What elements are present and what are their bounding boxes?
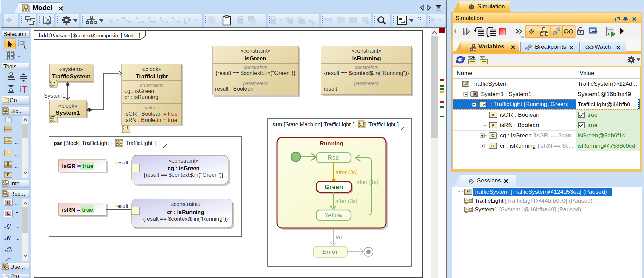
svg-text:Yellow: Yellow xyxy=(325,212,343,218)
svg-text:TrafficLight: TrafficLight xyxy=(136,73,168,80)
svg-text:Green: Green xyxy=(325,184,343,190)
svg-text:E: E xyxy=(7,211,10,216)
svg-text:constraints: constraints xyxy=(355,65,378,70)
svg-text:«block»: «block» xyxy=(58,103,77,109)
svg-text:CP: CP xyxy=(7,249,12,253)
svg-text:Red: Red xyxy=(328,155,339,161)
svg-text:...: ... xyxy=(15,247,20,252)
svg-text:cr : isRunning: cr : isRunning xyxy=(167,209,204,215)
svg-text:bdd [Package] $context$ compos: bdd [Package] $context$ composite [ Mode… xyxy=(39,33,140,38)
svg-text:Co...: Co... xyxy=(10,97,21,103)
svg-text:{result == $context$.in("Green: {result == $context$.in("Green")} xyxy=(216,70,296,76)
svg-text:err: err xyxy=(336,234,343,240)
svg-text:...: ... xyxy=(15,127,19,133)
svg-text:«block»: «block» xyxy=(142,66,161,72)
svg-text:«constraint»: «constraint» xyxy=(240,48,270,54)
svg-text:S: S xyxy=(467,189,469,192)
svg-text:Selection: Selection xyxy=(3,31,26,37)
svg-text:isGR : Boolean = true: isGR : Boolean = true xyxy=(124,111,178,117)
svg-text:System1: System1 xyxy=(56,109,80,116)
svg-text:parameters: parameters xyxy=(354,80,379,86)
svg-text:TrafficLight ]: TrafficLight ] xyxy=(368,122,399,127)
svg-text:D: D xyxy=(7,237,10,241)
svg-text:constraints: constraints xyxy=(244,65,267,70)
svg-text:...: ... xyxy=(15,117,19,123)
svg-text:result: result xyxy=(115,203,129,209)
svg-text:cg : isGreen: cg : isGreen xyxy=(124,88,154,94)
svg-text:stm [State Machine] TrafficLig: stm [State Machine] TrafficLight [ xyxy=(272,122,354,127)
svg-text:«constraint»: «constraint» xyxy=(168,158,198,164)
svg-text:«system»: «system» xyxy=(59,66,83,72)
svg-text:...: ... xyxy=(15,235,20,241)
svg-text:Pro: Pro xyxy=(10,273,19,278)
svg-text:parameters: parameters xyxy=(243,80,268,86)
svg-text:Blo...: Blo... xyxy=(10,108,23,114)
svg-text:System1: System1 xyxy=(44,93,65,99)
svg-text:Req...: Req... xyxy=(10,191,25,197)
svg-text:P: P xyxy=(7,173,9,177)
svg-text:values: values xyxy=(145,105,159,111)
svg-text:Running: Running xyxy=(320,140,344,147)
svg-text:...: ... xyxy=(15,223,20,229)
svg-text:par [Block] TrafficLight [: par [Block] TrafficLight [ xyxy=(54,140,112,146)
svg-text:after (1s): after (1s) xyxy=(356,179,379,185)
svg-text:isRunning: isRunning xyxy=(352,55,381,62)
svg-text:TrafficSystem: TrafficSystem xyxy=(52,73,91,80)
svg-text:Error: Error xyxy=(322,249,338,255)
svg-text:Tools: Tools xyxy=(3,64,16,69)
svg-text:...: ... xyxy=(15,151,19,157)
svg-text:S: S xyxy=(7,225,10,230)
svg-text:{result == $context$.in("Runni: {result == $context$.in("Running")} xyxy=(324,70,409,76)
svg-text:...: ... xyxy=(15,139,19,145)
svg-text:«constraint»: «constraint» xyxy=(351,48,381,54)
svg-text:Inte...: Inte... xyxy=(10,181,24,186)
svg-text:isGreen: isGreen xyxy=(244,55,266,62)
svg-text:cr : isRunning: cr : isRunning xyxy=(124,94,158,100)
svg-text:after (3s): after (3s) xyxy=(336,170,358,175)
svg-text:isGR = true: isGR = true xyxy=(62,163,93,170)
svg-text:isRN : Boolean = true: isRN : Boolean = true xyxy=(124,117,177,123)
svg-text:{result == $context$.in("Runni: {result == $context$.in("Running")} xyxy=(143,216,228,222)
svg-text:after (3s): after (3s) xyxy=(335,198,357,204)
svg-text:...: ... xyxy=(15,163,19,169)
svg-text:cg : isGreen: cg : isGreen xyxy=(168,165,199,171)
svg-text:R: R xyxy=(7,200,10,205)
svg-text:{}: {} xyxy=(7,162,9,166)
svg-text:TrafficLight ]: TrafficLight ] xyxy=(125,140,156,146)
svg-text:result: result xyxy=(115,160,129,165)
svg-text:{result == $context$.in("Green: {result == $context$.in("Green")} xyxy=(144,172,224,178)
svg-text:constraints: constraints xyxy=(140,83,164,88)
svg-text:...: ... xyxy=(15,200,19,206)
svg-text:result: result xyxy=(324,86,337,92)
svg-text:isRN = true: isRN = true xyxy=(62,207,93,213)
svg-text:«constraint»: «constraint» xyxy=(170,201,200,207)
svg-text:result : Boolean: result : Boolean xyxy=(215,86,253,92)
svg-text:Use...: Use... xyxy=(10,264,25,270)
